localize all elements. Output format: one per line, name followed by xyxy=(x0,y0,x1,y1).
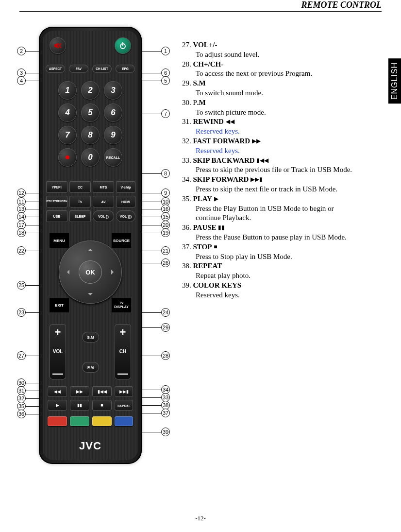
key-3: 3 xyxy=(104,81,122,100)
leader-line xyxy=(141,209,161,209)
sm-button: S.M xyxy=(82,332,99,343)
tv-button: TV xyxy=(69,196,91,207)
plus-icon: + xyxy=(50,328,66,337)
recall-button: RECALL xyxy=(104,148,122,167)
sleep-button: SLEEP xyxy=(69,210,91,222)
aspect-button: ASPECT xyxy=(46,65,65,73)
leader-line xyxy=(26,406,40,407)
arrow-left-icon xyxy=(65,270,69,275)
yellow-key xyxy=(92,416,112,426)
callout-26: 26 xyxy=(161,258,170,267)
key-6: 6 xyxy=(104,103,122,122)
leader-line xyxy=(26,383,40,383)
pause-button: ▮▮ xyxy=(70,400,89,411)
minus-icon: — xyxy=(115,372,131,376)
leader-line xyxy=(26,209,40,209)
remote-diagram: ASPECT FAV CH LIST EPG 1 2 3 4 5 6 7 8 9… xyxy=(39,27,142,464)
desc-item-36: 36. PAUSE ▮▮Press the Pause Button to pa… xyxy=(182,223,386,242)
callout-7: 7 xyxy=(161,109,170,118)
key-1: 1 xyxy=(58,81,77,100)
vol-sound-button: VOL))) xyxy=(116,210,135,222)
arrow-down-icon xyxy=(88,293,93,298)
leader-line xyxy=(26,202,40,202)
brand-logo: JVC xyxy=(39,440,142,452)
leader-line xyxy=(26,391,40,391)
leader-line xyxy=(141,81,161,81)
callout-23: 23 xyxy=(17,308,26,317)
leader-line xyxy=(141,327,161,328)
leader-line xyxy=(26,251,40,251)
key-0: 0 xyxy=(81,148,100,167)
leader-line xyxy=(26,356,40,356)
leader-line xyxy=(141,432,161,432)
callout-27: 27 xyxy=(17,351,26,360)
callout-21: 21 xyxy=(161,246,170,255)
key-4: 4 xyxy=(58,103,77,122)
leader-line xyxy=(141,173,161,174)
key-9: 9 xyxy=(104,126,122,144)
leader-line xyxy=(141,73,161,73)
leader-line xyxy=(26,193,40,193)
callout-25: 25 xyxy=(17,281,26,290)
leader-line xyxy=(141,356,161,356)
arrow-right-icon xyxy=(111,270,116,275)
leader-line xyxy=(26,225,40,225)
leader-line xyxy=(26,312,40,313)
mute-button xyxy=(50,37,66,54)
vol-label: VOL xyxy=(50,349,66,354)
desc-item-37: 37. STOP ■ Press to Stop play in USB Mod… xyxy=(182,242,386,262)
key-2: 2 xyxy=(81,81,100,100)
green-key xyxy=(70,416,89,426)
callout-19: 19 xyxy=(161,228,170,237)
leader-line xyxy=(141,217,161,217)
callout-15: 15 xyxy=(161,212,170,221)
leader-line xyxy=(141,251,161,251)
callout-4: 4 xyxy=(17,76,26,85)
leader-line xyxy=(141,51,161,51)
minus-icon: — xyxy=(50,372,66,376)
rewind-button: ◀◀ xyxy=(48,386,67,397)
vol-rocker: + VOL — xyxy=(50,324,66,379)
exit-button: EXIT xyxy=(50,298,69,312)
cc-button: CC xyxy=(69,181,91,193)
leader-line xyxy=(141,413,161,413)
stop-button: ■ xyxy=(92,400,112,411)
leader-line xyxy=(26,398,40,399)
mts-button: MTS xyxy=(93,181,114,193)
power-button xyxy=(115,37,131,54)
vchip-button: V-chip xyxy=(116,181,135,193)
language-tab: ENGLISH xyxy=(388,58,401,103)
callout-18: 18 xyxy=(17,228,26,237)
skip-back-button: ▮◀◀ xyxy=(92,386,112,397)
callout-8: 8 xyxy=(161,169,170,178)
repeat-button: REPEAT xyxy=(115,400,133,411)
page-number: -12- xyxy=(0,515,401,522)
leader-line xyxy=(141,312,161,313)
leader-line xyxy=(26,81,40,81)
desc-item-30: 30. P.MTo switch picture mode. xyxy=(182,98,386,118)
callout-22: 22 xyxy=(17,246,26,255)
leader-line xyxy=(26,73,40,73)
leader-line xyxy=(26,414,40,414)
callout-12: 12 xyxy=(17,189,26,197)
record-button xyxy=(58,148,77,167)
callout-1: 1 xyxy=(161,47,170,55)
callout-5: 5 xyxy=(161,76,170,85)
callout-37: 37 xyxy=(161,409,170,417)
leader-line xyxy=(141,202,161,202)
ch-label: CH xyxy=(115,349,131,354)
desc-item-31: 31. REWIND ◀◀Reserved keys. xyxy=(182,117,386,137)
play-button: ▶ xyxy=(48,400,67,411)
leader-line xyxy=(26,51,40,51)
desc-item-38: 38. REPEAT Repeat play photo. xyxy=(182,261,386,281)
vol-mute-button: VOL)) xyxy=(93,210,114,222)
callout-2: 2 xyxy=(17,47,26,55)
svg-rect-1 xyxy=(122,42,123,46)
callout-29: 29 xyxy=(161,323,170,332)
desc-item-34: 34. SKIP FORWARD ▶▶▮Press to skip the ne… xyxy=(182,175,386,194)
desc-item-28: 28. CH+/CH-To access the next or previou… xyxy=(182,60,386,79)
callout-14: 14 xyxy=(17,212,26,221)
record-icon xyxy=(66,155,69,159)
leader-line xyxy=(141,193,161,193)
leader-line xyxy=(141,405,161,406)
